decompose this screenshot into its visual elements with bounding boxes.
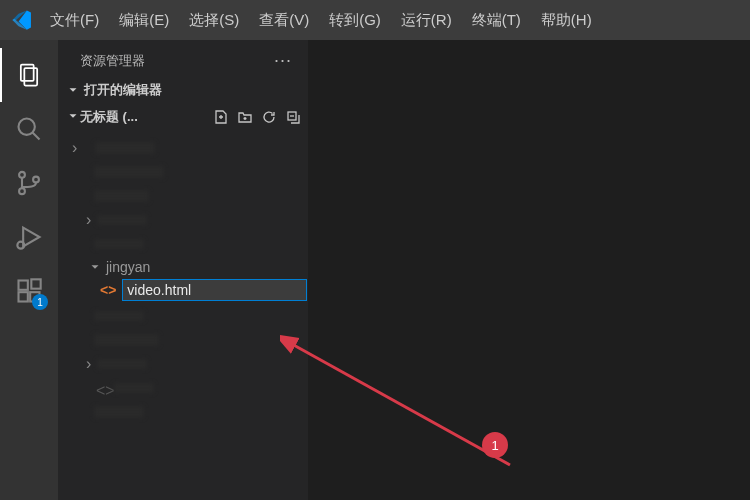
svg-point-6 xyxy=(33,177,39,183)
menu-goto[interactable]: 转到(G) xyxy=(319,0,391,40)
refresh-icon[interactable] xyxy=(258,106,280,128)
explorer-header: 资源管理器 ··· xyxy=(58,40,308,77)
filename-input[interactable] xyxy=(122,279,307,301)
collapse-all-icon[interactable] xyxy=(282,106,304,128)
tree-item-blurred: <> xyxy=(58,377,308,399)
svg-line-3 xyxy=(33,133,40,140)
extensions-icon[interactable]: 1 xyxy=(0,264,58,318)
tree-item-blurred xyxy=(58,401,308,423)
menu-select[interactable]: 选择(S) xyxy=(179,0,249,40)
workspace-section[interactable]: 无标题 (... xyxy=(58,103,308,131)
svg-rect-1 xyxy=(24,68,37,86)
tree-item-blurred xyxy=(58,329,308,351)
tree-item-blurred: › xyxy=(58,137,308,159)
open-editors-label: 打开的编辑器 xyxy=(84,81,162,99)
explorer-title: 资源管理器 xyxy=(80,52,145,70)
chevron-down-icon xyxy=(66,109,80,126)
menu-edit[interactable]: 编辑(E) xyxy=(109,0,179,40)
explorer-icon[interactable] xyxy=(0,48,58,102)
editor-area xyxy=(308,40,750,500)
tree-item-blurred xyxy=(58,305,308,327)
new-folder-icon[interactable] xyxy=(234,106,256,128)
new-file-icon[interactable] xyxy=(210,106,232,128)
tree-item-blurred xyxy=(58,185,308,207)
extensions-badge: 1 xyxy=(32,294,48,310)
svg-rect-10 xyxy=(19,292,28,301)
chevron-down-icon xyxy=(88,260,102,274)
svg-point-2 xyxy=(19,119,35,135)
html-file-icon: <> xyxy=(100,282,116,298)
title-bar: 文件(F) 编辑(E) 选择(S) 查看(V) 转到(G) 运行(R) 终端(T… xyxy=(0,0,750,40)
tree-item-blurred xyxy=(58,233,308,255)
menu-run[interactable]: 运行(R) xyxy=(391,0,462,40)
activity-bar: 1 xyxy=(0,40,58,500)
source-control-icon[interactable] xyxy=(0,156,58,210)
svg-rect-9 xyxy=(19,281,28,290)
menu-terminal[interactable]: 终端(T) xyxy=(462,0,531,40)
more-actions-icon[interactable]: ··· xyxy=(274,50,298,71)
svg-point-5 xyxy=(19,188,25,194)
workspace-label: 无标题 (... xyxy=(80,108,138,126)
file-tree: › › jingyan <> › <> xyxy=(58,131,308,425)
menu-file[interactable]: 文件(F) xyxy=(40,0,109,40)
tree-item-blurred: › xyxy=(58,353,308,375)
search-icon[interactable] xyxy=(0,102,58,156)
folder-label: jingyan xyxy=(106,259,150,275)
svg-point-4 xyxy=(19,172,25,178)
open-editors-section[interactable]: 打开的编辑器 xyxy=(58,77,308,103)
menu-help[interactable]: 帮助(H) xyxy=(531,0,602,40)
run-debug-icon[interactable] xyxy=(0,210,58,264)
svg-marker-7 xyxy=(23,228,39,247)
workspace-actions xyxy=(210,106,304,128)
tree-item-blurred xyxy=(58,161,308,183)
vscode-logo-icon xyxy=(8,0,36,40)
svg-rect-12 xyxy=(31,279,40,288)
tree-item-blurred: › xyxy=(58,209,308,231)
new-file-row: <> xyxy=(58,277,308,303)
svg-rect-0 xyxy=(21,65,34,81)
chevron-down-icon xyxy=(66,83,80,97)
menu-bar: 文件(F) 编辑(E) 选择(S) 查看(V) 转到(G) 运行(R) 终端(T… xyxy=(40,0,602,40)
explorer-sidebar: 资源管理器 ··· 打开的编辑器 无标题 (... › › xyxy=(58,40,308,500)
menu-view[interactable]: 查看(V) xyxy=(249,0,319,40)
folder-jingyan[interactable]: jingyan xyxy=(58,257,308,277)
